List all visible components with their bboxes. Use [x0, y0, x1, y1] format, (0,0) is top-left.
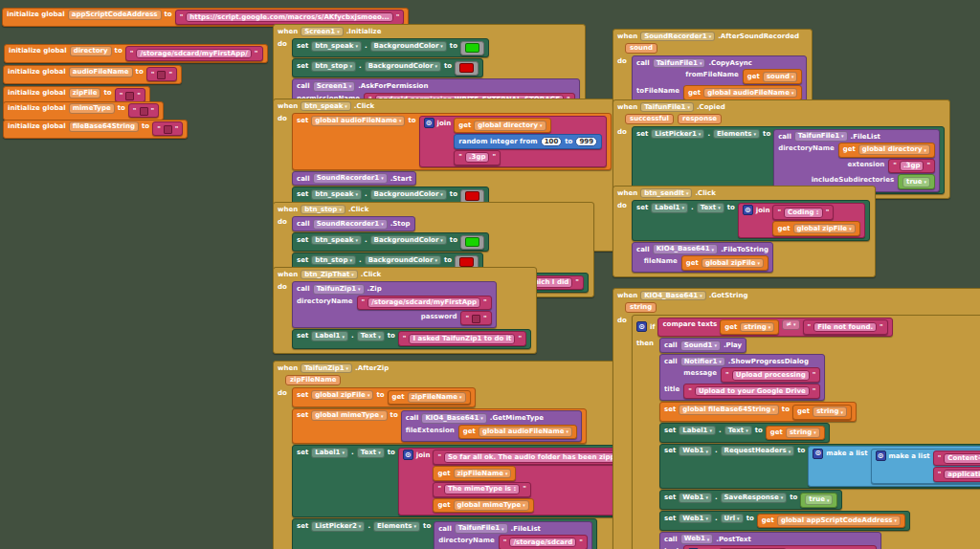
- event-parameter[interactable]: zipFileName: [285, 375, 341, 385]
- variable-dropdown[interactable]: sound▾: [763, 72, 797, 82]
- component-dropdown[interactable]: KIO4_Base641▾: [421, 413, 486, 424]
- blocks-workspace[interactable]: initialize globalappScriptCodeAddressto"…: [0, 0, 980, 549]
- text-value[interactable]: I asked TaifunZip1 to do it: [409, 334, 515, 344]
- variable-dropdown[interactable]: global directory▾: [858, 144, 930, 155]
- set-variable-block[interactable]: setglobal zipFile▾togetzipFileName▾: [292, 387, 476, 407]
- workspace-block-group[interactable]: whenbtn_sendIt▾.ClickdosetLabel1▾.Text▾t…: [612, 181, 876, 277]
- set-property-block[interactable]: setLabel1▾.Text▾to"I asked TaifunZip1 to…: [292, 329, 531, 349]
- variable-dropdown[interactable]: global zipFile▾: [793, 224, 856, 234]
- color-swatch[interactable]: [465, 43, 479, 53]
- variable-dropdown[interactable]: zipFileName▾: [454, 469, 512, 479]
- logic-dropdown[interactable]: true▾: [902, 177, 930, 187]
- text-block[interactable]: "File not found.": [803, 319, 888, 335]
- mutator-icon[interactable]: ⊙: [813, 449, 823, 459]
- component-dropdown[interactable]: Web1▾: [679, 493, 712, 503]
- text-block[interactable]: "/storage/sdcard": [499, 535, 588, 549]
- set-property-block[interactable]: setLabel1▾.Text▾to⊙join"Coding : "getglo…: [632, 200, 870, 241]
- component-dropdown[interactable]: SoundRecorder1▾: [313, 219, 388, 230]
- text-value[interactable]: /storage/sdcard: [509, 538, 576, 548]
- initialize-global-block[interactable]: initialize globalfileBase64Stringto"": [3, 120, 188, 139]
- variable-dropdown[interactable]: global mimeType▾: [454, 500, 529, 511]
- property-dropdown[interactable]: Text▾: [697, 203, 724, 213]
- component-dropdown[interactable]: btn_speak▾: [301, 101, 351, 112]
- text-value[interactable]: File not found.: [813, 322, 877, 333]
- call-block[interactable]: callWeb1▾.PostTexttext⊙join"filename="ge…: [659, 532, 881, 549]
- empty-text-socket[interactable]: [472, 315, 480, 323]
- component-dropdown[interactable]: btn_stop▾: [311, 61, 356, 72]
- set-variable-block[interactable]: setglobal mimeType▾tocallKIO4_Base641▾.G…: [292, 408, 587, 445]
- text-block[interactable]: "Content-Type": [933, 450, 980, 466]
- get-variable-block[interactable]: getsound▾: [743, 69, 803, 84]
- component-dropdown[interactable]: TaifunFile1▾: [640, 102, 694, 113]
- get-variable-block[interactable]: getstring▾: [766, 426, 825, 441]
- workspace-block-group[interactable]: whenbtn_ZipThat▾.ClickdocallTaifunZip1▾.…: [273, 262, 537, 354]
- random-integer-block[interactable]: random integer from100to999: [454, 134, 602, 149]
- property-dropdown[interactable]: BackgroundColor▾: [370, 41, 447, 52]
- get-variable-block[interactable]: getglobal directory▾: [838, 143, 935, 158]
- number-field[interactable]: 100: [541, 137, 563, 147]
- component-dropdown[interactable]: KIO4_Base641▾: [653, 244, 718, 254]
- text-block[interactable]: "I asked TaifunZip1 to do it": [398, 331, 526, 346]
- component-dropdown[interactable]: SoundRecorder1▾: [313, 173, 388, 184]
- variable-dropdown[interactable]: global audioFileName▾: [479, 427, 572, 437]
- color-swatch[interactable]: [465, 237, 479, 247]
- get-variable-block[interactable]: getglobal mimeType▾: [433, 498, 533, 514]
- variable-dropdown[interactable]: global fileBase64String▾: [679, 405, 779, 415]
- logic-true-block[interactable]: true▾: [800, 493, 837, 508]
- if-block[interactable]: ⊙ifcompare textsgetstring▾≠▾"File not fo…: [632, 315, 980, 549]
- component-dropdown[interactable]: Web1▾: [679, 514, 712, 524]
- component-dropdown[interactable]: ListPicker2▾: [311, 521, 365, 532]
- variable-dropdown[interactable]: global mimeType▾: [311, 410, 387, 421]
- component-dropdown[interactable]: Web1▾: [680, 534, 714, 544]
- property-dropdown[interactable]: Elements▾: [373, 521, 420, 532]
- color-block[interactable]: [460, 235, 484, 250]
- component-dropdown[interactable]: btn_ZipThat▾: [301, 270, 358, 280]
- join-block[interactable]: ⊙join"filename="getglobal zipFile▾"&mime…: [683, 545, 877, 549]
- text-value[interactable]: So far all ok. The audio folder has been…: [444, 452, 638, 463]
- text-block[interactable]: "Upload processing": [721, 367, 820, 383]
- component-dropdown[interactable]: TaifunFile1▾: [455, 523, 508, 534]
- component-dropdown[interactable]: btn_speak▾: [311, 235, 362, 246]
- workspace-block-group[interactable]: initialize globalfileBase64Stringto"": [3, 114, 188, 139]
- empty-text-block[interactable]: "": [460, 311, 491, 325]
- logic-dropdown[interactable]: true▾: [805, 494, 833, 505]
- event-block[interactable]: whenbtn_ZipThat▾.ClickdocallTaifunZip1▾.…: [273, 267, 537, 354]
- text-block[interactable]: "Upload to your Google Drive": [683, 384, 820, 399]
- component-dropdown[interactable]: ListPicker1▾: [651, 129, 704, 140]
- set-property-block[interactable]: setWeb1▾.Url▾togetglobal appScriptCodeAd…: [659, 511, 910, 531]
- get-variable-block[interactable]: getstring▾: [792, 405, 852, 420]
- call-block[interactable]: callTaifunFile1▾.FileListdirectoryName"/…: [434, 521, 592, 549]
- empty-text-socket[interactable]: [164, 125, 172, 134]
- set-property-block[interactable]: setbtn_stop▾.BackgroundColor▾to: [292, 58, 483, 77]
- get-variable-block[interactable]: getglobal appScriptCodeAddress▾: [757, 514, 905, 529]
- global-name-field[interactable]: audioFileName: [69, 67, 133, 77]
- text-value[interactable]: application/x-www-form-urlencoded: [944, 470, 980, 480]
- text-block[interactable]: ".3gp": [888, 159, 935, 174]
- text-block[interactable]: ".3gp": [454, 150, 501, 165]
- mutator-icon[interactable]: ⊙: [636, 321, 647, 332]
- mutator-icon[interactable]: ⊙: [743, 205, 753, 215]
- text-block[interactable]: "/storage/sdcard/myFirstApp": [357, 296, 492, 311]
- compare-texts-block[interactable]: compare textsgetstring▾≠▾"File not found…: [657, 318, 892, 338]
- get-variable-block[interactable]: getzipFileName▾: [388, 390, 471, 406]
- set-property-block[interactable]: setLabel1▾.Text▾to⊙join"So far all ok. T…: [292, 445, 658, 517]
- empty-text-socket[interactable]: [157, 71, 166, 79]
- text-value[interactable]: /storage/sdcard/myFirstApp/: [136, 49, 251, 59]
- set-variable-block[interactable]: setglobal audioFileName▾to⊙joingetglobal…: [292, 113, 612, 169]
- call-block[interactable]: callSoundRecorder1▾.Start: [292, 171, 416, 187]
- event-parameter[interactable]: string: [625, 302, 657, 313]
- set-property-block[interactable]: setListPicker2▾.Elements▾tocallTaifunFil…: [292, 518, 597, 549]
- text-value[interactable]: Upload to your Google Drive: [695, 386, 810, 397]
- text-value[interactable]: Content-Type: [944, 453, 980, 464]
- get-variable-block[interactable]: getglobal zipFile▾: [772, 221, 859, 236]
- property-dropdown[interactable]: Elements▾: [713, 129, 760, 140]
- mutator-icon[interactable]: ⊙: [424, 118, 434, 128]
- property-dropdown[interactable]: BackgroundColor▾: [370, 235, 447, 246]
- component-dropdown[interactable]: TaifunZip1▾: [313, 284, 365, 295]
- property-dropdown[interactable]: Text▾: [724, 426, 752, 436]
- set-property-block[interactable]: setbtn_speak▾.BackgroundColor▾to: [292, 38, 489, 57]
- variable-dropdown[interactable]: global zipFile▾: [702, 258, 764, 269]
- component-dropdown[interactable]: Label1▾: [679, 426, 716, 436]
- mutator-icon[interactable]: ⊙: [876, 450, 886, 461]
- variable-dropdown[interactable]: string▾: [786, 428, 820, 438]
